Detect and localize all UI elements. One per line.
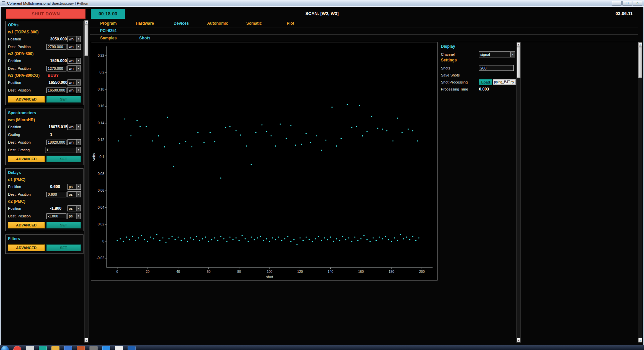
taskbar-icon[interactable] [77,346,85,350]
scrollbar-thumb[interactable] [517,47,520,78]
w2-dest-input[interactable] [46,66,66,71]
main-scrollbar[interactable]: ▲ ▼ [638,42,642,343]
taskbar-icon[interactable] [128,346,136,350]
tab-hardware[interactable]: Hardware [127,20,163,27]
spectrometers-set-button[interactable]: SET [46,156,81,162]
filters-set-button[interactable]: SET [46,244,81,251]
shutdown-button[interactable]: SHUT DOWN [6,9,86,19]
dest-position-label: Dest. Position [8,140,46,144]
taskbar-icon[interactable] [26,346,34,350]
chevron-down-icon: ▼ [76,140,80,145]
filters-advanced-button[interactable]: ADVANCED [8,244,45,251]
delays-set-button[interactable]: SET [46,222,81,228]
w2-position-value: 1525.000 [46,58,67,63]
chevron-down-icon: ▼ [76,184,80,189]
scroll-up-icon[interactable]: ▲ [517,42,520,47]
load-button[interactable]: Load [479,79,492,85]
d2-dest-input[interactable] [46,213,66,219]
tab-devices[interactable]: Devices [163,20,199,27]
dest-position-label: Dest. Position [8,45,46,49]
taskbar-icon[interactable] [102,346,110,350]
w2-dest-units-dropdown[interactable]: wn ▼ [67,65,81,71]
scrollbar-thumb[interactable] [638,47,642,78]
tab-plot[interactable]: Plot [272,20,309,27]
tab-autonomic[interactable]: Autonomic [199,20,236,27]
d2-position-units-dropdown[interactable]: ps ▼ [67,205,81,211]
position-label: Position [8,185,46,189]
tab-somatic[interactable]: Somatic [236,20,272,27]
chevron-down-icon: ▼ [76,88,80,93]
app-icon [2,1,5,5]
tab-program[interactable]: Program [90,20,127,27]
taskbar-icon[interactable] [64,346,72,350]
d1-dest-input[interactable] [46,192,66,197]
shots-input[interactable] [479,65,514,71]
w1-position-units-dropdown[interactable]: wn ▼ [67,36,81,42]
wm-position-units-dropdown[interactable]: wn ▼ [67,124,81,130]
app-window: SHUT DOWN 00:18:03 SCAN: [W2, W3] 03:06:… [0,7,644,345]
d1-position-units-dropdown[interactable]: ps ▼ [67,184,81,190]
svg-text:160: 160 [358,270,364,274]
minimize-icon[interactable]: — [612,1,622,6]
maximize-icon[interactable]: ▢ [622,1,632,6]
wm-name: wm (MicroHR) [8,117,81,123]
start-button[interactable] [1,346,9,350]
svg-text:80: 80 [237,270,241,274]
processing-time-label: Processing Time [441,87,479,91]
taskbar-icon[interactable] [115,346,123,350]
w3-dest-input[interactable] [46,88,66,93]
display-settings-panel: Display Channel signal ▼ Settings Shots … [441,44,516,93]
scroll-down-icon[interactable]: ▼ [638,338,642,342]
shot-processing-file-input[interactable] [493,79,516,85]
wm-dest-grating-dropdown[interactable]: 1 ▼ [45,147,81,153]
wm-dest-input[interactable] [46,140,66,145]
settings-scrollbar[interactable]: ▲ ▼ [516,42,521,343]
wm-dest-units-dropdown[interactable]: wn ▼ [67,139,81,145]
scroll-up-icon[interactable]: ▲ [85,20,88,25]
taskbar-icon[interactable] [39,346,47,350]
close-icon[interactable]: ✕ [633,1,642,6]
taskbar-icon[interactable] [13,346,21,350]
w1-dest-input[interactable] [46,44,66,50]
save-shots-label: Save Shots [441,73,479,77]
tab-samples[interactable]: Samples [90,35,127,42]
scroll-up-icon[interactable]: ▲ [638,42,642,47]
channel-dropdown[interactable]: signal ▼ [479,51,515,57]
scroll-down-icon[interactable]: ▼ [517,338,520,342]
channel-label: Channel [441,52,479,56]
position-label: Position [8,59,46,63]
svg-text:0.22: 0.22 [98,54,105,57]
tab-pci-6251[interactable]: PCI-6251 [90,27,127,34]
taskbar-icon[interactable] [51,346,59,350]
wm-grating-row: Grating 1 [8,131,81,138]
svg-text:0.1: 0.1 [100,155,104,159]
sidebar-scrollbar[interactable]: ▲ ▼ [84,20,89,343]
delays-header: Delays [8,170,81,176]
wm-position-row: Position 18075.015 wn ▼ [8,123,81,131]
scroll-down-icon[interactable]: ▼ [85,338,88,342]
svg-text:20: 20 [146,270,150,274]
w2-position-units-dropdown[interactable]: wn ▼ [67,58,81,64]
w1-dest-units-dropdown[interactable]: wn ▼ [67,44,81,50]
scrollbar-thumb[interactable] [85,25,88,56]
chevron-down-icon: ▼ [76,213,80,219]
d1-dest-units-dropdown[interactable]: ps ▼ [67,191,81,197]
wm-dest-grating-row: Dest. Grating 1 ▼ [8,146,81,154]
svg-text:60: 60 [207,270,211,274]
d1-name: d1 (PMC) [8,177,81,183]
chevron-down-icon: ▼ [76,206,80,211]
w3-position-units-dropdown[interactable]: wn ▼ [67,79,81,85]
tab-shots[interactable]: Shots [127,35,163,42]
delays-advanced-button[interactable]: ADVANCED [8,222,45,228]
w3-dest-units-dropdown[interactable]: wn ▼ [67,87,81,93]
chevron-down-icon: ▼ [76,192,80,197]
taskbar-icon[interactable] [90,346,98,350]
w1-name: w1 (TOPAS-800) [8,29,81,35]
spectrometers-header: Spectrometers [8,111,81,117]
opas-header: OPAs [8,23,81,29]
d2-dest-units-dropdown[interactable]: ps ▼ [67,213,81,219]
dest-position-label: Dest. Position [8,66,46,70]
opas-set-button[interactable]: SET [46,96,81,103]
spectrometers-advanced-button[interactable]: ADVANCED [8,156,45,162]
opas-advanced-button[interactable]: ADVANCED [8,96,45,103]
